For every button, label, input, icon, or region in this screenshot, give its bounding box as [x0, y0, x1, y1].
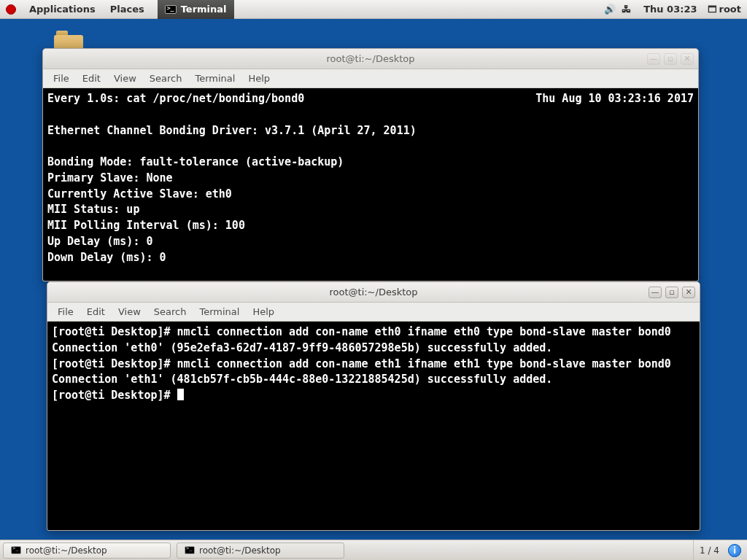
taskbar-entry[interactable]: root@ti:~/Desktop: [3, 542, 171, 559]
prompt: [root@ti Desktop]#: [52, 389, 177, 402]
window-controls: — ▫ ✕: [647, 53, 694, 65]
menu-terminal[interactable]: Terminal: [189, 71, 241, 85]
terminal-icon: [185, 546, 195, 554]
menu-edit[interactable]: Edit: [81, 305, 111, 319]
terminal-body: Ethernet Channel Bonding Driver: v3.7.1 …: [47, 124, 417, 264]
line: [root@ti Desktop]# nmcli connection add …: [52, 357, 671, 370]
panel-active-app[interactable]: Terminal: [158, 0, 234, 19]
close-button[interactable]: ✕: [682, 287, 695, 298]
terminal-output[interactable]: [root@ti Desktop]# nmcli connection add …: [47, 322, 700, 530]
terminal-output[interactable]: Every 1.0s: cat /proc/net/bonding/bond0T…: [43, 88, 698, 281]
menu-search[interactable]: Search: [148, 305, 193, 319]
titlebar[interactable]: root@ti:~/Desktop — ▫ ✕: [43, 49, 698, 69]
window-title: root@ti:~/Desktop: [43, 53, 698, 64]
places-menu[interactable]: Places: [104, 0, 150, 19]
bottom-panel: root@ti:~/Desktop root@ti:~/Desktop 1 / …: [0, 540, 747, 560]
volume-icon[interactable]: [604, 4, 616, 15]
task-label: root@ti:~/Desktop: [26, 545, 107, 556]
titlebar[interactable]: root@ti:~/Desktop — ▫ ✕: [47, 282, 700, 303]
menu-file[interactable]: File: [47, 71, 75, 85]
menu-help[interactable]: Help: [247, 305, 280, 319]
line: Connection 'eth1' (481cb57f-cb5b-444c-88…: [52, 373, 552, 386]
terminal-window-shell[interactable]: root@ti:~/Desktop — ▫ ✕ File Edit View S…: [47, 281, 700, 531]
line: [root@ti Desktop]# nmcli connection add …: [52, 325, 671, 338]
minimize-button[interactable]: —: [649, 287, 662, 298]
user-menu[interactable]: root: [705, 4, 742, 15]
terminal-icon: [11, 546, 21, 554]
window-controls: — ▫ ✕: [649, 287, 695, 298]
menu-file[interactable]: File: [52, 305, 80, 319]
minimize-button[interactable]: —: [647, 53, 660, 65]
menu-terminal[interactable]: Terminal: [193, 305, 245, 319]
maximize-button[interactable]: ▫: [665, 287, 678, 298]
menu-edit[interactable]: Edit: [77, 71, 107, 85]
top-panel: Applications Places Terminal Thu 03:23 r…: [0, 0, 747, 19]
menu-view[interactable]: View: [112, 305, 147, 319]
terminal-icon: [165, 5, 177, 14]
menubar: File Edit View Search Terminal Help: [43, 69, 698, 88]
workspace-switcher[interactable]: 1 / 4: [693, 540, 725, 561]
close-button[interactable]: ✕: [681, 53, 694, 65]
menu-view[interactable]: View: [108, 71, 142, 85]
menu-search[interactable]: Search: [144, 71, 188, 85]
redhat-icon: [6, 4, 16, 15]
watch-timestamp: Thu Aug 10 03:23:16 2017: [535, 91, 694, 107]
panel-right: Thu 03:23 root: [604, 4, 747, 15]
applications-menu[interactable]: Applications: [23, 0, 101, 19]
menu-help[interactable]: Help: [242, 71, 276, 85]
menubar: File Edit View Search Terminal Help: [47, 303, 700, 322]
window-title: root@ti:~/Desktop: [47, 287, 700, 298]
terminal-window-watch[interactable]: root@ti:~/Desktop — ▫ ✕ File Edit View S…: [42, 48, 699, 281]
line: Connection 'eth0' (95e2efa3-62d7-4187-9f…: [52, 341, 552, 354]
active-app-label: Terminal: [181, 4, 227, 15]
maximize-button[interactable]: ▫: [664, 53, 677, 65]
watch-command: Every 1.0s: cat /proc/net/bonding/bond0: [47, 91, 304, 107]
info-icon[interactable]: i: [728, 544, 741, 557]
cursor: [177, 389, 184, 400]
clock[interactable]: Thu 03:23: [639, 4, 701, 15]
panel-left: Applications Places Terminal: [0, 0, 234, 19]
task-label: root@ti:~/Desktop: [199, 545, 281, 556]
taskbar-entry[interactable]: root@ti:~/Desktop: [177, 542, 344, 559]
network-icon[interactable]: [622, 4, 633, 15]
